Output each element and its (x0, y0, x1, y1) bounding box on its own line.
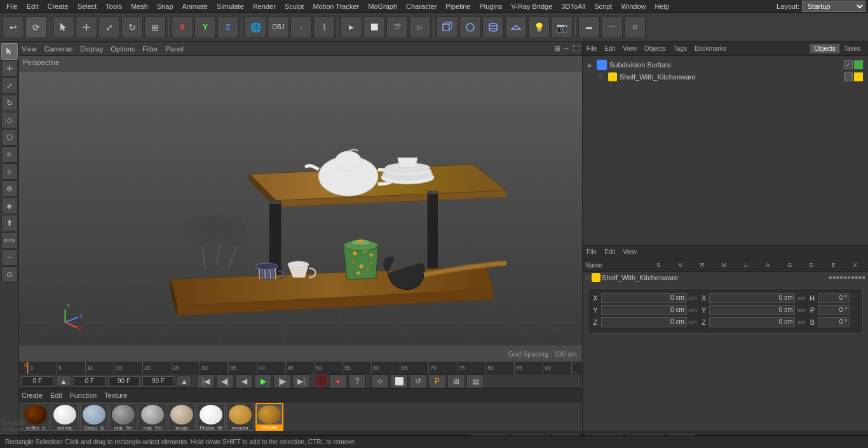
menu-snap[interactable]: Snap (153, 2, 177, 11)
obj-menu-objects[interactable]: Objects (644, 45, 666, 52)
tool-scale[interactable]: ⤢ (1, 78, 18, 94)
spline-button[interactable]: 〰 (601, 17, 623, 38)
render-region-button[interactable]: ⬜ (363, 17, 385, 38)
help-button[interactable]: ? (348, 374, 366, 388)
undo-button[interactable]: ↩ (3, 17, 24, 38)
redo-button[interactable]: ⟳ (25, 17, 47, 38)
viewport-menu-panel[interactable]: Panel (166, 45, 184, 53)
mat-tin2[interactable]: mat_Tin (139, 403, 166, 431)
object-coord-button[interactable]: OBJ (268, 17, 289, 38)
viewport-icon-3[interactable]: ⛶ (573, 44, 580, 53)
obj-menu-file[interactable]: File (587, 45, 597, 52)
tool-extrude[interactable]: ⬆ (1, 215, 18, 231)
current-frame-input[interactable] (22, 376, 53, 386)
tool-poly[interactable]: ⬡ (1, 129, 18, 146)
mat-menu-texture[interactable]: Texture (104, 391, 127, 399)
go-end-button[interactable]: ▶| (292, 374, 310, 388)
mat-plastic[interactable]: Plastic_W (197, 403, 225, 431)
camera-button[interactable]: 📷 (551, 17, 573, 38)
obj-cb-green[interactable] (854, 60, 863, 69)
step-back-button[interactable]: ◀| (216, 374, 234, 388)
go-start-button[interactable]: |◀ (197, 374, 215, 388)
plane-button[interactable] (505, 17, 527, 38)
keyframe-button[interactable]: ⬜ (390, 374, 408, 388)
obj-cb-check2[interactable] (844, 72, 853, 81)
coord-x-pos[interactable] (601, 293, 687, 303)
tool-bridge[interactable]: ≡ (1, 163, 18, 180)
attr-menu-file[interactable]: File (587, 248, 597, 255)
menu-select[interactable]: Select (74, 2, 101, 11)
floor-button[interactable]: ▬ (578, 17, 600, 38)
coord-b[interactable] (818, 317, 850, 327)
menu-3dtoall[interactable]: 3DToAll (557, 2, 589, 11)
object-tree[interactable]: ▶ Subdivision Surface ✓ Shelf_With_Kitch… (583, 56, 868, 245)
anim-preview-button[interactable]: ▷ (409, 17, 431, 38)
axis-y-button[interactable]: Y (194, 17, 216, 38)
mat-wooder2[interactable]: wooder (255, 403, 283, 431)
frame-nav-up[interactable]: ▲ (56, 376, 71, 387)
attr-object-row[interactable]: Shelf_With_Kitchenware ■ ■ ■ ■ ■ ■ ■ ■ ■… (583, 272, 868, 283)
grid-button[interactable]: ⊞ (447, 374, 465, 388)
viewport-3d[interactable]: Perspective (19, 56, 582, 362)
mat-menu-function[interactable]: Function (70, 391, 97, 399)
record-button[interactable] (315, 374, 328, 387)
viewport-menu-view[interactable]: View (22, 45, 37, 53)
edge-mode-button[interactable]: ⌇ (313, 17, 335, 38)
tool-loop[interactable]: ⊕ (1, 180, 18, 197)
mat-menu-create[interactable]: Create (22, 391, 43, 399)
tool-smooth[interactable]: ~ (1, 249, 18, 266)
menu-edit[interactable]: Edit (23, 2, 43, 11)
menu-animate[interactable]: Animate (179, 2, 212, 11)
end-frame-input2[interactable] (108, 376, 140, 386)
step-forward-button[interactable]: |▶ (273, 374, 291, 388)
menu-sculpt[interactable]: Sculpt (281, 2, 308, 11)
tool-mirror[interactable]: ⟺ (1, 232, 18, 248)
motion-paths-button[interactable]: ⊹ (371, 374, 389, 388)
axis-z-button[interactable]: Z (217, 17, 239, 38)
light-button[interactable]: 💡 (528, 17, 550, 38)
menu-pipeline[interactable]: Pipeline (442, 2, 474, 11)
rotate-tool-button[interactable]: ↻ (121, 17, 143, 38)
play-back-button[interactable]: ◀ (235, 374, 253, 388)
obj-item-shelf[interactable]: Shelf_With_Kitchenware (585, 71, 865, 83)
field-button[interactable]: ⊙ (624, 17, 646, 38)
coord-z-pos[interactable] (601, 317, 687, 327)
tool-rotate[interactable]: ↻ (1, 95, 18, 111)
end-frame-input[interactable] (571, 363, 577, 373)
menu-character[interactable]: Character (402, 2, 440, 11)
menu-mograph[interactable]: MoGraph (364, 2, 401, 11)
mat-tin1[interactable]: mat_Tin (109, 403, 137, 431)
menu-tools[interactable]: Tools (102, 2, 126, 11)
play-forward-button[interactable]: ▶ (254, 374, 272, 388)
preview-mode-button[interactable]: P (428, 374, 446, 388)
cylinder-button[interactable] (482, 17, 504, 38)
tool-move[interactable]: ✛ (1, 60, 18, 77)
world-coord-button[interactable]: 🌐 (245, 17, 266, 38)
select-tool-button[interactable] (53, 17, 74, 38)
menu-motion-tracker[interactable]: Motion Tracker (309, 2, 363, 11)
mat-ceramic[interactable]: eramic (51, 403, 79, 431)
coord-h[interactable] (818, 293, 850, 303)
attr-menu-view[interactable]: View (623, 248, 637, 255)
render-active-button[interactable]: 🎬 (386, 17, 408, 38)
tab-objects[interactable]: Objects (810, 44, 839, 53)
obj-cb-yellow[interactable] (854, 72, 863, 81)
coord-y-pos[interactable] (601, 305, 687, 315)
mat-menu-edit[interactable]: Edit (50, 391, 62, 399)
tool-select[interactable] (1, 43, 18, 60)
menu-mesh[interactable]: Mesh (127, 2, 152, 11)
menu-simulate[interactable]: Simulate (213, 2, 248, 11)
dope-sheet-button[interactable]: ▤ (466, 374, 484, 388)
scale-tool-button[interactable]: ⤢ (98, 17, 120, 38)
loop-button[interactable]: ↺ (409, 374, 427, 388)
menu-plugins[interactable]: Plugins (475, 2, 506, 11)
axis-x-button[interactable]: X (172, 17, 193, 38)
render-button[interactable]: ▶ (341, 17, 362, 38)
preview-end-up[interactable]: ▲ (177, 376, 192, 387)
viewport-menu-options[interactable]: Options (111, 45, 135, 53)
menu-render[interactable]: Render (249, 2, 280, 11)
cube-button[interactable] (437, 17, 458, 38)
viewport-menu-cameras[interactable]: Cameras (44, 45, 73, 53)
viewport-menu-filter[interactable]: Filter (142, 45, 158, 53)
auto-key-button[interactable]: ● (329, 374, 347, 388)
